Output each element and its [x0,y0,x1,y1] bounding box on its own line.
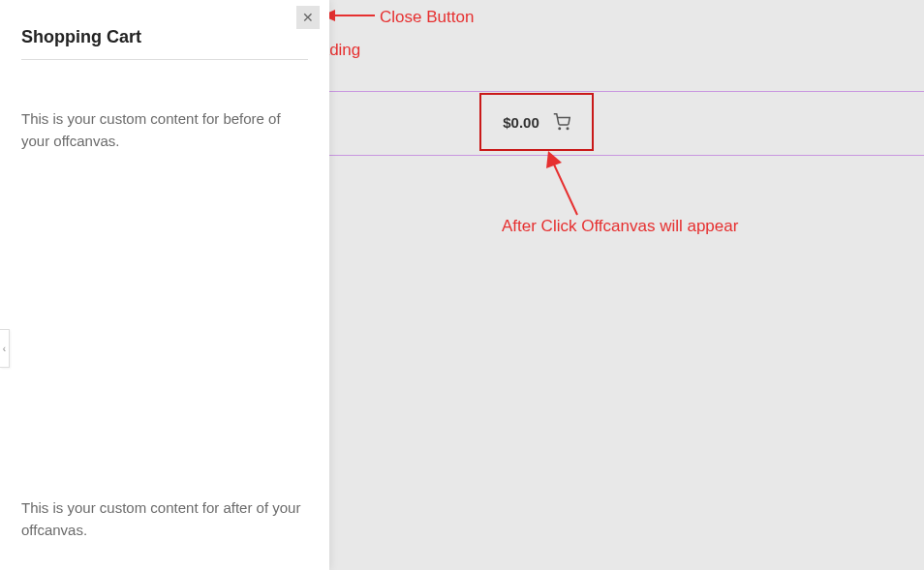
before-message: This is your custom content for before o… [21,108,308,152]
header-strip [329,91,924,156]
close-icon: ✕ [302,11,314,24]
cart-button[interactable]: $0.00 [479,93,594,151]
after-message: This is your custom content for after of… [21,497,308,541]
close-button[interactable]: ✕ [296,6,320,29]
offcanvas-content: Shopping Cart This is your custom conten… [0,0,329,173]
svg-point-1 [567,128,569,130]
offcanvas-panel: ✕ Shopping Cart This is your custom cont… [0,0,329,570]
main-area [329,0,924,570]
chevron-left-icon: ‹ [3,344,6,354]
offcanvas-heading: Shopping Cart [21,27,308,60]
cart-icon [553,113,570,131]
side-tab[interactable]: ‹ [0,329,10,368]
svg-point-0 [559,128,561,130]
cart-price: $0.00 [503,114,539,131]
